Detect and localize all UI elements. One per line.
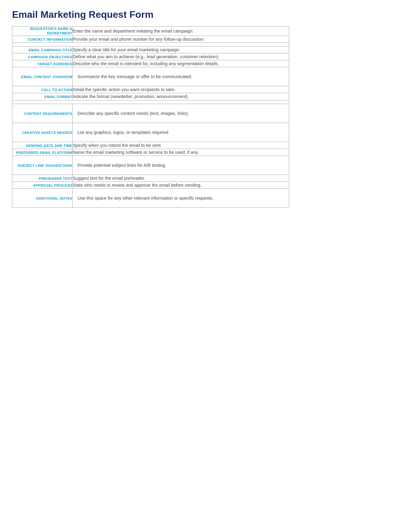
table-row: CALL TO ACTIONDetail the specific action…: [12, 86, 289, 93]
table-row: SUBJECT LINE SUGGESTIONSProvide potentia…: [12, 156, 289, 175]
field-value[interactable]: Describe any specific content needs (tex…: [73, 104, 289, 123]
field-value[interactable]: Provide potential subject lines for A/B …: [73, 156, 289, 175]
table-row: CAMPAIGN OBJECTIVESDefine what you aim t…: [12, 53, 289, 60]
table-row: REQUESTOR'S NAME & DEPARTMENTEnter the n…: [12, 27, 289, 36]
field-label: ADDITIONAL NOTES: [36, 196, 72, 201]
field-label: EMAIL CAMPAIGN TITLE: [29, 48, 72, 52]
field-value[interactable]: Specify a clear title for your email mar…: [73, 46, 289, 53]
field-value[interactable]: Enter the name and department initiating…: [73, 27, 289, 36]
table-row: CREATIVE ASSETS NEEDEDList any graphics,…: [12, 123, 289, 142]
field-value[interactable]: Name the email marketing software or ser…: [73, 149, 289, 156]
table-row: EMAIL CONTENT OVERVIEWSummarize the key …: [12, 67, 289, 86]
field-label: EMAIL FORMAT: [44, 95, 72, 99]
field-label: CREATIVE ASSETS NEEDED: [22, 131, 72, 135]
field-value[interactable]: List any graphics, logos, or templates r…: [73, 123, 289, 142]
table-row: EMAIL CAMPAIGN TITLESpecify a clear titl…: [12, 46, 289, 53]
table-row: SENDING DATE AND TIMESpecify when you in…: [12, 142, 289, 149]
field-label: EMAIL CONTENT OVERVIEW: [21, 75, 72, 79]
field-label: PREFERRED EMAIL PLATFORM: [16, 150, 72, 155]
field-value[interactable]: Indicate the format (newsletter, promoti…: [73, 93, 289, 100]
field-value[interactable]: Suggest text for the email preheader.: [73, 175, 289, 182]
table-row: ADDITIONAL NOTESUse this space for any o…: [12, 189, 289, 208]
field-value[interactable]: Detail the specific action you want reci…: [73, 86, 289, 93]
page-title: Email Marketing Request Form: [12, 9, 289, 20]
field-label: APPROVAL PROCESS: [33, 183, 72, 188]
field-label: CONTENT REQUIREMENTS: [24, 112, 72, 116]
form-table: REQUESTOR'S NAME & DEPARTMENTEnter the n…: [12, 26, 289, 208]
table-row: PREFERRED EMAIL PLATFORMName the email m…: [12, 149, 289, 156]
field-value[interactable]: Describe who the email is intended for, …: [73, 60, 289, 67]
field-label: TARGET AUDIENCE: [37, 62, 72, 66]
table-row: APPROVAL PROCESSState who needs to revie…: [12, 182, 289, 188]
table-row: TARGET AUDIENCEDescribe who the email is…: [12, 60, 289, 67]
field-label: SUBJECT LINE SUGGESTIONS: [17, 163, 72, 168]
field-value[interactable]: Summarize the key message or offer to be…: [73, 67, 289, 86]
field-label: CALL TO ACTION: [41, 88, 72, 92]
field-value[interactable]: Define what you aim to achieve (e.g., le…: [73, 53, 289, 60]
table-row: PREHEADER TEXTSuggest text for the email…: [12, 175, 289, 182]
field-value[interactable]: State who needs to review and approve th…: [73, 182, 289, 188]
field-label: REQUESTOR'S NAME & DEPARTMENT: [12, 27, 72, 36]
field-label: PREHEADER TEXT: [39, 176, 72, 181]
field-value[interactable]: Use this space for any other relevant in…: [73, 189, 289, 208]
table-row: CONTACT INFORMATIONProvide your email an…: [12, 36, 289, 43]
field-value[interactable]: Provide your email and phone number for …: [73, 36, 289, 43]
table-row: EMAIL FORMATIndicate the format (newslet…: [12, 93, 289, 100]
field-label: SENDING DATE AND TIME: [26, 144, 72, 148]
table-row: CONTENT REQUIREMENTSDescribe any specifi…: [12, 104, 289, 123]
field-label: CAMPAIGN OBJECTIVES: [28, 55, 72, 59]
field-label: CONTACT INFORMATION: [28, 37, 72, 42]
field-value[interactable]: Specify when you intend the email to be …: [73, 142, 289, 149]
